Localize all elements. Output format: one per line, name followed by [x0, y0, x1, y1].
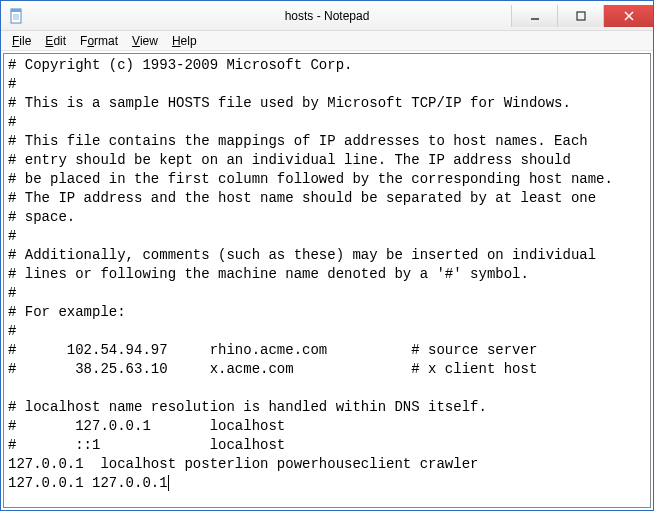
minimize-button[interactable]: [511, 5, 557, 27]
close-button[interactable]: [603, 5, 653, 27]
menu-edit[interactable]: Edit: [38, 33, 73, 49]
notepad-icon: [9, 8, 25, 24]
editor-container: # Copyright (c) 1993-2009 Microsoft Corp…: [1, 51, 653, 510]
notepad-window: hosts - Notepad File Edit Format View He…: [0, 0, 654, 511]
text-caret: [168, 475, 169, 491]
titlebar[interactable]: hosts - Notepad: [1, 1, 653, 31]
svg-rect-6: [577, 12, 585, 20]
menu-format[interactable]: Format: [73, 33, 125, 49]
maximize-button[interactable]: [557, 5, 603, 27]
svg-rect-1: [11, 9, 21, 12]
text-editor[interactable]: # Copyright (c) 1993-2009 Microsoft Corp…: [3, 53, 651, 508]
menu-view[interactable]: View: [125, 33, 165, 49]
menu-file[interactable]: File: [5, 33, 38, 49]
menu-help[interactable]: Help: [165, 33, 204, 49]
menubar: File Edit Format View Help: [1, 31, 653, 51]
window-controls: [511, 5, 653, 27]
